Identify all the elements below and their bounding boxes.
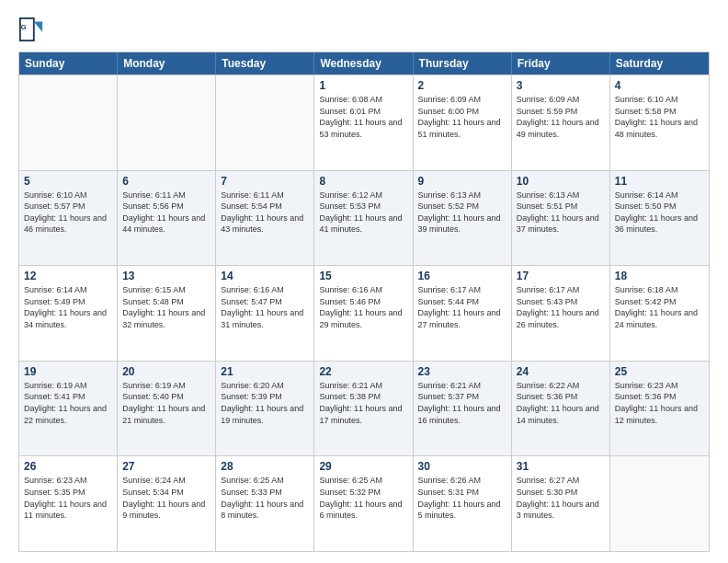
calendar-body: 1Sunrise: 6:08 AM Sunset: 6:01 PM Daylig…	[19, 75, 709, 551]
day-info: Sunrise: 6:10 AM Sunset: 5:58 PM Dayligh…	[615, 94, 704, 140]
day-number: 7	[221, 175, 309, 188]
day-info: Sunrise: 6:23 AM Sunset: 5:36 PM Dayligh…	[615, 380, 704, 426]
day-info: Sunrise: 6:18 AM Sunset: 5:42 PM Dayligh…	[615, 284, 704, 330]
calendar-header: SundayMondayTuesdayWednesdayThursdayFrid…	[19, 52, 709, 75]
weekday-header-thursday: Thursday	[414, 52, 512, 75]
day-info: Sunrise: 6:17 AM Sunset: 5:43 PM Dayligh…	[517, 284, 605, 330]
empty-cell	[118, 75, 216, 170]
day-info: Sunrise: 6:11 AM Sunset: 5:54 PM Dayligh…	[221, 190, 309, 236]
day-cell-10: 10Sunrise: 6:13 AM Sunset: 5:51 PM Dayli…	[512, 171, 610, 266]
day-number: 24	[517, 365, 605, 378]
day-cell-4: 4Sunrise: 6:10 AM Sunset: 5:58 PM Daylig…	[610, 75, 709, 170]
day-number: 3	[517, 79, 605, 92]
day-cell-31: 31Sunrise: 6:27 AM Sunset: 5:30 PM Dayli…	[512, 456, 610, 551]
day-number: 23	[418, 365, 506, 378]
day-info: Sunrise: 6:11 AM Sunset: 5:56 PM Dayligh…	[122, 190, 210, 236]
day-number: 10	[517, 175, 605, 188]
day-number: 16	[418, 270, 506, 282]
header: G	[18, 17, 710, 42]
day-info: Sunrise: 6:25 AM Sunset: 5:33 PM Dayligh…	[221, 475, 309, 521]
day-cell-18: 18Sunrise: 6:18 AM Sunset: 5:42 PM Dayli…	[610, 266, 709, 361]
day-number: 5	[24, 175, 112, 188]
day-cell-13: 13Sunrise: 6:15 AM Sunset: 5:48 PM Dayli…	[118, 266, 216, 361]
day-info: Sunrise: 6:13 AM Sunset: 5:51 PM Dayligh…	[517, 190, 605, 236]
day-number: 19	[24, 365, 112, 378]
empty-cell	[19, 75, 118, 170]
logo-icon: G	[18, 17, 44, 42]
day-number: 22	[319, 365, 407, 378]
day-info: Sunrise: 6:17 AM Sunset: 5:44 PM Dayligh…	[418, 284, 506, 330]
day-cell-23: 23Sunrise: 6:21 AM Sunset: 5:37 PM Dayli…	[414, 362, 512, 456]
day-number: 17	[517, 270, 605, 282]
day-info: Sunrise: 6:12 AM Sunset: 5:53 PM Dayligh…	[319, 190, 407, 236]
weekday-header-wednesday: Wednesday	[314, 52, 413, 75]
weekday-header-monday: Monday	[118, 52, 216, 75]
day-info: Sunrise: 6:14 AM Sunset: 5:50 PM Dayligh…	[615, 190, 704, 236]
day-number: 14	[221, 270, 309, 282]
day-number: 11	[615, 175, 704, 188]
day-info: Sunrise: 6:10 AM Sunset: 5:57 PM Dayligh…	[24, 190, 112, 236]
day-info: Sunrise: 6:09 AM Sunset: 6:00 PM Dayligh…	[418, 94, 506, 140]
day-info: Sunrise: 6:09 AM Sunset: 5:59 PM Dayligh…	[517, 94, 605, 140]
day-info: Sunrise: 6:19 AM Sunset: 5:40 PM Dayligh…	[122, 380, 210, 426]
logo: G	[18, 17, 48, 42]
day-cell-26: 26Sunrise: 6:23 AM Sunset: 5:35 PM Dayli…	[19, 456, 118, 551]
day-cell-21: 21Sunrise: 6:20 AM Sunset: 5:39 PM Dayli…	[216, 362, 314, 456]
day-info: Sunrise: 6:08 AM Sunset: 6:01 PM Dayligh…	[319, 94, 407, 140]
weekday-header-sunday: Sunday	[19, 52, 118, 75]
day-cell-6: 6Sunrise: 6:11 AM Sunset: 5:56 PM Daylig…	[118, 171, 216, 266]
day-cell-12: 12Sunrise: 6:14 AM Sunset: 5:49 PM Dayli…	[19, 266, 118, 361]
day-info: Sunrise: 6:24 AM Sunset: 5:34 PM Dayligh…	[122, 475, 210, 521]
day-info: Sunrise: 6:21 AM Sunset: 5:37 PM Dayligh…	[418, 380, 506, 426]
day-info: Sunrise: 6:21 AM Sunset: 5:38 PM Dayligh…	[319, 380, 407, 426]
day-cell-8: 8Sunrise: 6:12 AM Sunset: 5:53 PM Daylig…	[314, 171, 413, 266]
day-cell-30: 30Sunrise: 6:26 AM Sunset: 5:31 PM Dayli…	[414, 456, 512, 551]
day-number: 13	[122, 270, 210, 282]
day-cell-20: 20Sunrise: 6:19 AM Sunset: 5:40 PM Dayli…	[118, 362, 216, 456]
day-number: 31	[517, 460, 605, 473]
day-cell-7: 7Sunrise: 6:11 AM Sunset: 5:54 PM Daylig…	[216, 171, 314, 266]
day-cell-28: 28Sunrise: 6:25 AM Sunset: 5:33 PM Dayli…	[216, 456, 314, 551]
calendar-row-2: 5Sunrise: 6:10 AM Sunset: 5:57 PM Daylig…	[19, 170, 709, 266]
day-cell-19: 19Sunrise: 6:19 AM Sunset: 5:41 PM Dayli…	[19, 362, 118, 456]
day-number: 25	[615, 365, 704, 378]
day-cell-27: 27Sunrise: 6:24 AM Sunset: 5:34 PM Dayli…	[118, 456, 216, 551]
day-info: Sunrise: 6:15 AM Sunset: 5:48 PM Dayligh…	[122, 284, 210, 330]
day-info: Sunrise: 6:16 AM Sunset: 5:47 PM Dayligh…	[221, 284, 309, 330]
day-number: 20	[122, 365, 210, 378]
day-number: 27	[122, 460, 210, 473]
day-number: 9	[418, 175, 506, 188]
day-info: Sunrise: 6:23 AM Sunset: 5:35 PM Dayligh…	[24, 475, 112, 521]
calendar-row-4: 19Sunrise: 6:19 AM Sunset: 5:41 PM Dayli…	[19, 361, 709, 456]
empty-cell	[216, 75, 314, 170]
day-cell-14: 14Sunrise: 6:16 AM Sunset: 5:47 PM Dayli…	[216, 266, 314, 361]
day-cell-29: 29Sunrise: 6:25 AM Sunset: 5:32 PM Dayli…	[314, 456, 413, 551]
day-cell-24: 24Sunrise: 6:22 AM Sunset: 5:36 PM Dayli…	[512, 362, 610, 456]
day-number: 18	[615, 270, 704, 282]
day-number: 28	[221, 460, 309, 473]
weekday-header-friday: Friday	[512, 52, 610, 75]
day-cell-15: 15Sunrise: 6:16 AM Sunset: 5:46 PM Dayli…	[314, 266, 413, 361]
day-info: Sunrise: 6:13 AM Sunset: 5:52 PM Dayligh…	[418, 190, 506, 236]
day-cell-5: 5Sunrise: 6:10 AM Sunset: 5:57 PM Daylig…	[19, 171, 118, 266]
day-number: 30	[418, 460, 506, 473]
day-number: 1	[319, 79, 407, 92]
day-number: 6	[122, 175, 210, 188]
page: G SundayMondayTuesdayWednesdayThursdayFr…	[0, 0, 728, 563]
day-info: Sunrise: 6:22 AM Sunset: 5:36 PM Dayligh…	[517, 380, 605, 426]
day-info: Sunrise: 6:20 AM Sunset: 5:39 PM Dayligh…	[221, 380, 309, 426]
day-number: 8	[319, 175, 407, 188]
day-cell-25: 25Sunrise: 6:23 AM Sunset: 5:36 PM Dayli…	[610, 362, 709, 456]
day-number: 2	[418, 79, 506, 92]
day-cell-17: 17Sunrise: 6:17 AM Sunset: 5:43 PM Dayli…	[512, 266, 610, 361]
calendar-row-1: 1Sunrise: 6:08 AM Sunset: 6:01 PM Daylig…	[19, 75, 709, 170]
day-number: 29	[319, 460, 407, 473]
day-cell-9: 9Sunrise: 6:13 AM Sunset: 5:52 PM Daylig…	[414, 171, 512, 266]
day-cell-3: 3Sunrise: 6:09 AM Sunset: 5:59 PM Daylig…	[512, 75, 610, 170]
day-number: 26	[24, 460, 112, 473]
calendar-row-3: 12Sunrise: 6:14 AM Sunset: 5:49 PM Dayli…	[19, 265, 709, 361]
day-number: 15	[319, 270, 407, 282]
day-cell-22: 22Sunrise: 6:21 AM Sunset: 5:38 PM Dayli…	[314, 362, 413, 456]
day-info: Sunrise: 6:27 AM Sunset: 5:30 PM Dayligh…	[517, 475, 605, 521]
day-cell-1: 1Sunrise: 6:08 AM Sunset: 6:01 PM Daylig…	[314, 75, 413, 170]
